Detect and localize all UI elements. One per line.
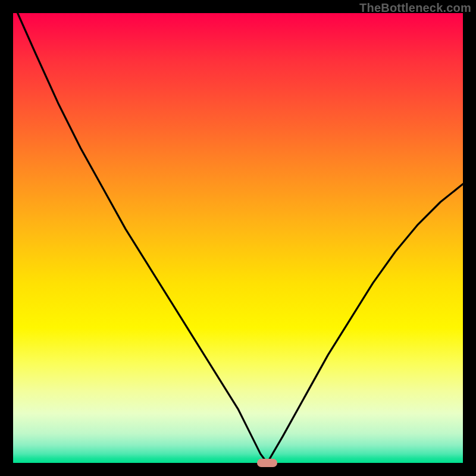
chart-plot-area [13, 13, 463, 463]
optimal-marker [257, 459, 277, 467]
bottleneck-curve [13, 13, 463, 463]
chart-frame: TheBottleneck.com [0, 0, 476, 476]
watermark-text: TheBottleneck.com [359, 1, 471, 15]
